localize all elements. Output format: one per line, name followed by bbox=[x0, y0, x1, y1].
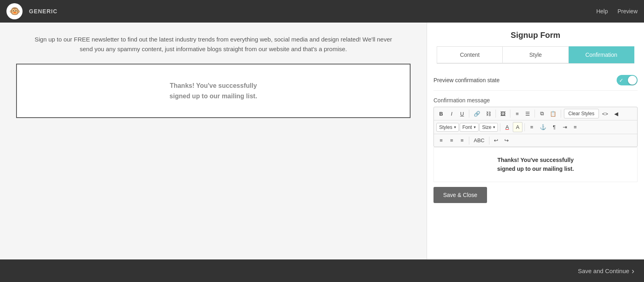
save-close-button[interactable]: Save & Close bbox=[433, 187, 487, 203]
align-right-p-button[interactable]: ⇥ bbox=[560, 122, 570, 132]
toggle-check-icon: ✓ bbox=[619, 77, 623, 83]
align-left-button[interactable]: ≡ bbox=[436, 136, 446, 145]
source-button[interactable]: <> bbox=[600, 109, 611, 118]
font-dropdown[interactable]: Font bbox=[460, 123, 479, 132]
redo-button[interactable]: ↪ bbox=[502, 136, 512, 145]
left-panel: Sign up to our FREE newsletter to find o… bbox=[0, 23, 427, 259]
toolbar-sep-4 bbox=[535, 110, 535, 118]
save-continue-button[interactable]: Save and Continue bbox=[578, 266, 634, 276]
preview-line2: signed up to our mailing list. bbox=[497, 166, 574, 172]
toolbar-row-1: B I U 🔗 ⛓ 🖼 ≡ ☰ ⧉ 📋 Clear Styles bbox=[434, 107, 637, 120]
tab-content[interactable]: Content bbox=[437, 46, 502, 63]
italic-button[interactable]: I bbox=[447, 109, 456, 118]
confirmation-line2: signed up to our mailing list. bbox=[169, 93, 257, 100]
toolbar-sep-2 bbox=[495, 110, 496, 118]
bold-button[interactable]: B bbox=[436, 109, 446, 118]
toolbar-sep-6 bbox=[500, 123, 500, 131]
spellcheck-button[interactable]: ABC bbox=[471, 136, 487, 145]
copy-button[interactable]: ⧉ bbox=[537, 109, 547, 118]
clear-styles-button[interactable]: Clear Styles bbox=[564, 109, 599, 118]
align-full-button[interactable]: ≡ bbox=[570, 122, 580, 132]
para-button[interactable]: ¶ bbox=[549, 122, 559, 132]
size-dropdown[interactable]: Size bbox=[479, 123, 498, 132]
preview-toggle-label: Preview confirmation state bbox=[433, 77, 500, 83]
message-preview-text: Thanks! You've successfully signed up to… bbox=[497, 156, 574, 174]
preview-toggle-row: Preview confirmation state ✓ bbox=[433, 70, 638, 91]
ol-button[interactable]: ≡ bbox=[512, 109, 522, 118]
right-panel-header: Signup Form Content Style Confirmation bbox=[427, 23, 644, 64]
align-right-button[interactable]: ≡ bbox=[457, 136, 467, 145]
preview-link[interactable]: Preview bbox=[617, 8, 638, 15]
toolbar-sep-7 bbox=[524, 123, 525, 131]
align-block-button[interactable]: ≡ bbox=[527, 122, 537, 132]
toolbar-row-2: Styles Font Size A A ≡ ⚓ ¶ ⇥ ≡ bbox=[434, 120, 637, 134]
confirmation-line1: Thanks! You've successfully bbox=[170, 82, 257, 89]
confirmation-box-text: Thanks! You've successfully signed up to… bbox=[169, 81, 257, 101]
align-center-button[interactable]: ≡ bbox=[447, 136, 456, 145]
panel-body: Preview confirmation state ✓ Confirmatio… bbox=[427, 64, 644, 259]
right-panel: Signup Form Content Style Confirmation P… bbox=[427, 23, 644, 259]
confirmation-box: Thanks! You've successfully signed up to… bbox=[16, 64, 411, 118]
styles-dropdown[interactable]: Styles bbox=[436, 123, 459, 132]
bottom-bar: Save and Continue bbox=[0, 259, 644, 282]
confirmation-message-label: Confirmation message bbox=[433, 97, 638, 104]
image-button[interactable]: 🖼 bbox=[498, 109, 508, 118]
anchor-button[interactable]: ⚓ bbox=[537, 122, 549, 132]
editor-toolbar: B I U 🔗 ⛓ 🖼 ≡ ☰ ⧉ 📋 Clear Styles bbox=[433, 107, 638, 147]
bg-color-button[interactable]: A bbox=[513, 122, 522, 132]
collapse-button[interactable]: ◀ bbox=[611, 109, 621, 118]
font-color-button[interactable]: A bbox=[502, 122, 512, 132]
preview-toggle-switch[interactable]: ✓ bbox=[617, 75, 638, 85]
tab-confirmation[interactable]: Confirmation bbox=[569, 46, 634, 63]
link-button[interactable]: 🔗 bbox=[471, 109, 483, 118]
toolbar-sep-8 bbox=[469, 137, 469, 145]
toolbar-sep-9 bbox=[489, 137, 489, 145]
tab-style[interactable]: Style bbox=[502, 46, 568, 63]
toolbar-sep-1 bbox=[469, 110, 469, 118]
toolbar-sep-5 bbox=[561, 110, 561, 118]
underline-button[interactable]: U bbox=[457, 109, 467, 118]
preview-line1: Thanks! You've successfully bbox=[497, 157, 574, 163]
panel-title: Signup Form bbox=[437, 31, 634, 40]
logo: 🐵 bbox=[6, 3, 23, 19]
toggle-knob bbox=[628, 76, 637, 85]
ul-button[interactable]: ☰ bbox=[523, 109, 533, 118]
monkey-icon: 🐵 bbox=[9, 6, 20, 17]
unlink-button[interactable]: ⛓ bbox=[483, 109, 493, 118]
app-name: GENERIC bbox=[29, 8, 596, 15]
nav-links: Help Preview bbox=[596, 8, 638, 15]
paste-button[interactable]: 📋 bbox=[547, 109, 559, 118]
message-preview: Thanks! You've successfully signed up to… bbox=[433, 147, 638, 182]
undo-button[interactable]: ↩ bbox=[491, 136, 501, 145]
toolbar-sep-3 bbox=[510, 110, 510, 118]
main-layout: Sign up to our FREE newsletter to find o… bbox=[0, 23, 644, 259]
help-link[interactable]: Help bbox=[596, 8, 608, 15]
toolbar-row-3: ≡ ≡ ≡ ABC ↩ ↪ bbox=[434, 134, 637, 147]
description-text: Sign up to our FREE newsletter to find o… bbox=[32, 35, 394, 54]
tabs: Content Style Confirmation bbox=[437, 46, 634, 64]
top-nav: 🐵 GENERIC Help Preview bbox=[0, 0, 644, 23]
